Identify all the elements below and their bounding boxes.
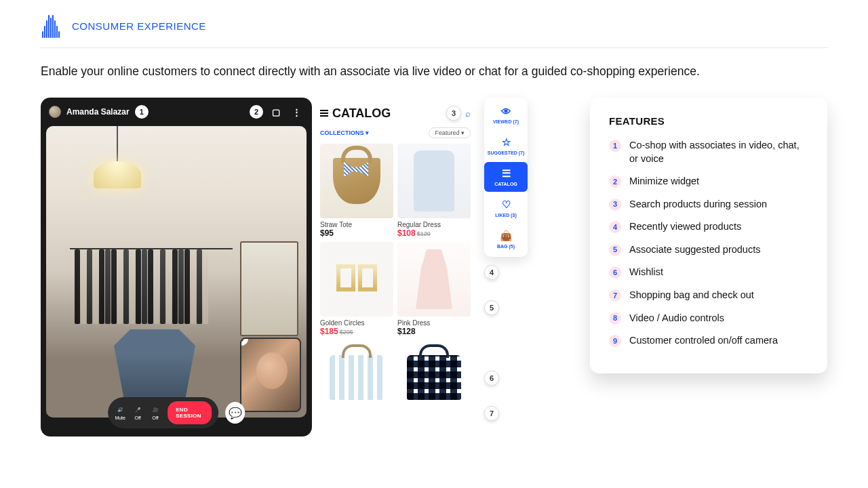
product-name: Golden Circles [320,319,393,327]
rail-suggested[interactable]: ☆SUGGESTED (7) [484,131,528,161]
product-card[interactable]: Regular Dress $108$120 [397,144,471,238]
heart-icon: ♡ [502,199,511,211]
side-rail: 👁VIEWED (7) ☆SUGGESTED (7) ☰CATALOG ♡LIK… [484,98,528,257]
feature-item: 1Co-shop with associates in video, chat,… [609,139,808,165]
product-card[interactable]: Pink Dress $128 [397,242,471,336]
chevron-down-icon: ▾ [366,129,369,136]
list-icon: ☰ [502,167,511,180]
rail-liked[interactable]: ♡LIKED (3) [484,193,528,223]
mute-button[interactable]: 🔊Mute [115,405,125,420]
product-card[interactable]: Straw Tote $95 [320,144,393,238]
product-price: $95 [320,228,393,238]
feature-item: 8Video / Audio controls [609,312,808,325]
search-icon[interactable]: ⌕ [465,108,471,119]
end-session-button[interactable]: END SESSION [167,401,212,424]
annotation-badge-4: 4 [484,265,499,280]
volume-icon: 🔊 [115,405,125,415]
camera-icon: 🎥 [150,405,161,415]
page-tagline: Enable your online customers to connect … [41,64,827,79]
product-mockup: Amanda Salazar 1 2 ▢ ⋮ [41,98,549,436]
more-icon[interactable]: ⋮ [289,104,304,119]
chat-icon: 💬 [229,407,242,420]
annotation-badge-9: 9 [240,338,248,346]
annotation-badge-3: 3 [446,106,461,121]
product-price: $108$120 [397,228,471,238]
features-heading: FEATURES [609,115,808,127]
store-video-feed: 9 [46,126,307,418]
camera-button[interactable]: 🎥Off [150,405,161,420]
annotation-badge-1: 1 [135,105,149,119]
bag-icon: 👜 [500,230,513,242]
minimize-icon[interactable]: ▢ [269,104,283,119]
product-price: $128 [397,327,471,336]
rail-catalog[interactable]: ☰CATALOG [484,162,528,192]
brand-logo-icon [41,14,61,38]
catalog-title: CATALOG [320,106,391,121]
sort-dropdown[interactable]: Featured ▾ [429,127,471,138]
eye-icon: 👁 [501,106,511,117]
video-controls: 🔊Mute 🎤Off 🎥Off END SESSION 💬 [108,397,245,428]
associate-avatar [49,106,61,118]
star-icon: ☆ [502,136,511,148]
annotation-column: 4 5 6 7 [481,257,502,421]
feature-item: 2Minimize widget [609,175,808,188]
rail-bag[interactable]: 👜BAG (5) [484,224,528,254]
annotation-badge-2: 2 [250,105,263,119]
product-name: Pink Dress [397,319,471,327]
product-card[interactable] [320,340,393,415]
feature-item: 5Associate suggested products [609,243,808,257]
chevron-down-icon: ▾ [461,129,465,136]
associate-name: Amanda Salazar [66,107,130,117]
feature-item: 6Wishlist [609,266,808,279]
video-panel: Amanda Salazar 1 2 ▢ ⋮ [41,98,312,436]
catalog-panel: CATALOG 3 ⌕ COLLECTIONS ▾ Featured ▾ Str… [313,98,477,436]
feature-item: 3Search products during session [609,198,808,211]
product-price: $185$205 [320,327,393,336]
product-name: Regular Dress [397,221,471,228]
feature-item: 4Recently viewed products [609,220,808,234]
annotation-badge-5: 5 [484,300,499,315]
self-camera-view[interactable]: 9 [240,338,301,412]
annotation-badge-7: 7 [484,406,499,421]
feature-item: 9Customer controled on/off camera [609,334,808,348]
product-card[interactable]: Golden Circles $185$205 [320,242,393,336]
chat-button[interactable]: 💬 [225,402,245,424]
page-header: CONSUMER EXPERIENCE [41,14,827,48]
product-name: Straw Tote [320,221,393,228]
mic-button[interactable]: 🎤Off [132,405,143,420]
features-card: FEATURES 1Co-shop with associates in vid… [590,98,827,373]
product-card[interactable] [397,340,471,415]
mic-icon: 🎤 [132,405,143,415]
annotation-badge-6: 6 [484,371,499,386]
breadcrumb[interactable]: CONSUMER EXPERIENCE [72,20,206,32]
feature-item: 7Shopping bag and check out [609,289,808,302]
rail-viewed[interactable]: 👁VIEWED (7) [484,100,528,129]
menu-icon[interactable] [320,110,328,117]
collections-dropdown[interactable]: COLLECTIONS ▾ [320,129,369,136]
